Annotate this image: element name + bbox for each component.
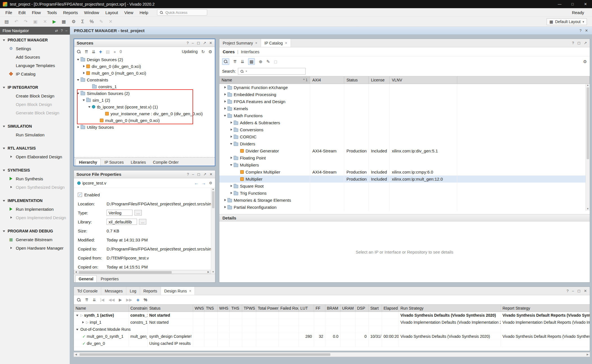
run-row-synth1[interactable]: ▷synth_1 (active) constrs_1Not started V…: [74, 312, 590, 319]
help-icon[interactable]: ?: [567, 289, 569, 293]
flow-item-create-block-design[interactable]: Create Block Design: [0, 92, 70, 100]
resume-icon[interactable]: ▶: [119, 298, 122, 302]
menu-edit[interactable]: Edit: [15, 10, 29, 15]
chevron-down-icon[interactable]: [229, 142, 233, 146]
ip-search-input[interactable]: ▾: [238, 68, 306, 75]
chevron-down-icon[interactable]: [76, 58, 80, 61]
column-status[interactable]: Status: [344, 76, 369, 84]
maximize-icon[interactable]: ◻: [197, 41, 200, 45]
ip-category-row[interactable]: Floating Point: [219, 154, 590, 161]
report-power-icon[interactable]: %: [90, 19, 94, 24]
expand-all-icon[interactable]: ⇊: [92, 50, 96, 54]
ip-category-row[interactable]: Square Root: [219, 183, 590, 190]
close-icon[interactable]: ×: [189, 289, 191, 293]
chevron-right-icon[interactable]: [229, 156, 233, 160]
close-icon[interactable]: ✕: [209, 172, 213, 176]
tree-item-sim1[interactable]: sim_1 (2): [74, 97, 215, 103]
chevron-right-icon[interactable]: [229, 121, 233, 125]
column-report-strategy[interactable]: Report Strategy: [501, 305, 590, 312]
flow-item-add-sources[interactable]: Add Sources: [0, 53, 70, 61]
chevron-down-icon[interactable]: [82, 98, 86, 102]
delete-icon[interactable]: ✕: [43, 19, 47, 24]
gear-icon[interactable]: ⚙: [209, 50, 212, 54]
chevron-down-icon[interactable]: [76, 92, 80, 95]
flow-item-ip-catalog[interactable]: IP Catalog: [0, 70, 70, 78]
menu-layout[interactable]: Layout: [102, 10, 121, 15]
minimize-icon[interactable]: ‒: [192, 172, 194, 176]
chevron-right-icon[interactable]: [229, 191, 233, 195]
chevron-right-icon[interactable]: [223, 93, 227, 96]
ip-category-row[interactable]: Math Functions: [219, 112, 590, 119]
ip-category-row[interactable]: Embedded Processing: [219, 91, 590, 98]
ip-category-row[interactable]: Adders & Subtracters: [219, 119, 590, 126]
search-icon[interactable]: [222, 58, 229, 65]
flow-item-open-elaborated-design[interactable]: Open Elaborated Design: [0, 152, 70, 161]
chevron-right-icon[interactable]: [82, 65, 86, 68]
tab-hierarchy[interactable]: Hierarchy: [76, 159, 101, 166]
step-first-icon[interactable]: |◀: [100, 298, 104, 302]
collapse-all-icon[interactable]: ⇈: [233, 59, 237, 64]
tab-reports[interactable]: Reports: [140, 287, 161, 295]
flow-item-run-synthesis[interactable]: Run Synthesis: [0, 174, 70, 183]
tab-log[interactable]: Log: [126, 287, 140, 295]
run-group-out-of-context[interactable]: Out-of-Context Module Runs: [74, 326, 590, 333]
chevron-right-icon[interactable]: [229, 128, 233, 132]
collapse-all-icon[interactable]: ⇈: [85, 298, 89, 302]
tree-item-mult-gen[interactable]: mult_gen_0 (mult_gen_0.xci): [74, 70, 215, 76]
scroll-right-icon[interactable]: ▶: [587, 353, 589, 356]
flow-section-synthesis[interactable]: SYNTHESIS: [0, 166, 70, 174]
ip-tree-vertical-scrollbar[interactable]: ▲ ▼: [586, 84, 590, 211]
column-start[interactable]: Start: [368, 305, 382, 312]
chevron-down-icon[interactable]: [76, 78, 80, 82]
ip-category-row[interactable]: Trig Functions: [219, 190, 590, 197]
flow-item-run-implementation[interactable]: Run Implementation: [0, 205, 70, 213]
column-run-strategy[interactable]: Run Strategy: [399, 305, 501, 312]
workspace-horizontal-scrollbar[interactable]: ◀ ▶: [74, 352, 590, 357]
minimize-icon[interactable]: ‒: [65, 29, 67, 32]
ip-core-row-divider-generator[interactable]: Divider GeneratorAXI4-StreamProductionIn…: [219, 147, 590, 154]
float-icon[interactable]: ↗: [584, 41, 587, 45]
sources-panel-titlebar[interactable]: Sources ? ‒ ◻ ↗ ✕: [74, 39, 215, 47]
settings-icon[interactable]: ⚙: [583, 59, 587, 64]
flow-item-open-implemented-design[interactable]: Open Implemented Design: [0, 213, 70, 222]
scroll-up-icon[interactable]: ▲: [212, 188, 215, 190]
tree-item-utility-sources[interactable]: Utility Sources: [74, 124, 215, 130]
step-back-icon[interactable]: ◀◀: [109, 298, 115, 302]
stop-icon[interactable]: ◻: [274, 59, 277, 64]
float-icon[interactable]: ↗: [203, 41, 206, 45]
menu-window[interactable]: Window: [81, 10, 102, 15]
column-constraints[interactable]: Constraints: [129, 305, 147, 312]
expand-all-icon[interactable]: ⇊: [93, 298, 96, 302]
flow-item-settings[interactable]: ⚙Settings: [0, 44, 70, 53]
flow-item-generate-bitstream[interactable]: ▦Generate Bitstream: [0, 235, 70, 244]
close-icon[interactable]: ✕: [209, 41, 212, 45]
column-license[interactable]: License: [369, 76, 390, 84]
chevron-right-icon[interactable]: [223, 100, 227, 103]
flow-section-project-manager[interactable]: PROJECT MANAGER: [0, 36, 70, 44]
redo-icon[interactable]: ↷: [24, 19, 28, 24]
back-icon[interactable]: ←: [194, 181, 198, 185]
close-icon[interactable]: ✕: [585, 29, 588, 32]
ip-category-row[interactable]: Conversions: [219, 126, 590, 133]
edit-icon[interactable]: ✎: [99, 19, 103, 24]
forward-icon[interactable]: →: [202, 181, 206, 185]
subtab-interfaces[interactable]: Interfaces: [241, 49, 259, 54]
ip-category-row[interactable]: Multipliers: [219, 161, 590, 168]
tree-item-constraints[interactable]: Constraints: [74, 76, 215, 83]
chevron-down-icon[interactable]: [76, 328, 79, 331]
flow-item-run-simulation[interactable]: Run Simulation: [0, 130, 70, 139]
step-forward-icon[interactable]: ▶▶: [126, 298, 132, 302]
tree-item-your-instance[interactable]: your_instance_name : div_gen_0 (div_gen_…: [74, 110, 215, 117]
tab-messages[interactable]: Messages: [101, 287, 126, 295]
help-icon[interactable]: ?: [580, 29, 582, 32]
undo-icon[interactable]: ↶: [14, 19, 18, 24]
scrollbar-thumb[interactable]: [587, 87, 589, 159]
run-icon[interactable]: ▶: [52, 19, 56, 24]
column-tns[interactable]: TNS: [204, 305, 217, 312]
column-uram[interactable]: URAM: [340, 305, 355, 312]
column-elapsed[interactable]: Elapsed: [382, 305, 399, 312]
refresh-icon[interactable]: ↻: [201, 50, 205, 54]
scrollbar-thumb[interactable]: [79, 353, 330, 356]
column-failed-routes[interactable]: Failed Routes: [279, 305, 299, 312]
minimize-icon[interactable]: ‒: [192, 41, 194, 45]
